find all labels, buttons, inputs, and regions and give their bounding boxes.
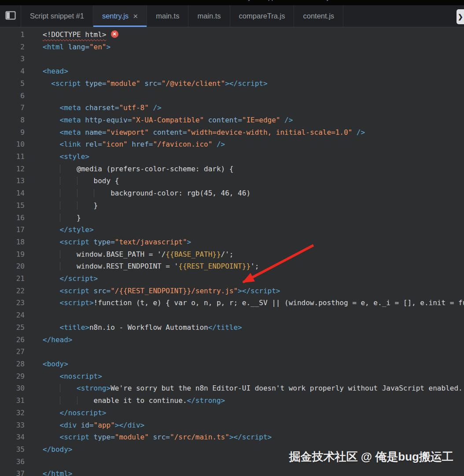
- code-line-7: 7 <meta charset="utf-8" />: [0, 102, 464, 114]
- code-text: <strong>We're sorry but the n8n Editor-U…: [28, 382, 464, 395]
- line-number[interactable]: 18: [0, 236, 28, 248]
- line-number[interactable]: 7: [0, 102, 28, 114]
- code-line-18: 18 <script type="text/javascript">: [0, 236, 464, 248]
- code-text: <noscript>: [28, 370, 102, 383]
- code-text: background-color: rgb(45, 46, 46): [28, 187, 250, 199]
- navigator-toggle-button[interactable]: [0, 5, 21, 27]
- line-number[interactable]: 21: [0, 273, 28, 285]
- file-tab-main-ts[interactable]: main.ts: [147, 5, 188, 27]
- code-text: @media (prefers-color-scheme: dark) {: [28, 163, 233, 175]
- code-text: </script>: [28, 273, 98, 285]
- code-text: <head>: [28, 65, 68, 77]
- line-number[interactable]: 6: [0, 90, 28, 102]
- code-line-10: 10 <link rel="icon" href="/favicon.ico" …: [0, 138, 464, 151]
- line-number[interactable]: 31: [0, 395, 28, 407]
- line-number[interactable]: 9: [0, 126, 28, 139]
- code-text: [28, 309, 43, 321]
- file-tab-comparetra-js[interactable]: compareTra.js: [230, 5, 295, 27]
- line-number[interactable]: 1: [0, 29, 28, 41]
- code-line-15: 15 }: [0, 199, 464, 212]
- code-text: }: [28, 199, 98, 212]
- line-number[interactable]: 19: [0, 248, 28, 261]
- code-line-25: 25 <title>n8n.io - Workflow Automation</…: [0, 321, 464, 334]
- file-tab-bar: Script snippet #1sentry.js×main.tsmain.t…: [0, 5, 464, 27]
- line-number[interactable]: 27: [0, 346, 28, 358]
- tab-label: compareTra.js: [239, 12, 285, 20]
- line-number[interactable]: 36: [0, 456, 28, 468]
- code-line-27: 27: [0, 346, 464, 358]
- code-text: <title>n8n.io - Workflow Automation</tit…: [28, 321, 242, 334]
- file-tab-script-snippet-1[interactable]: Script snippet #1: [21, 5, 93, 27]
- code-text: <!DOCTYPE html>✕: [28, 29, 118, 41]
- line-number[interactable]: 13: [0, 175, 28, 187]
- file-tab-main-ts[interactable]: main.ts: [188, 5, 230, 27]
- code-line-26: 26</head>: [0, 334, 464, 346]
- code-text: <script type="module" src="/src/main.ts"…: [28, 431, 272, 443]
- code-line-29: 29 <noscript>: [0, 370, 464, 383]
- line-number[interactable]: 32: [0, 407, 28, 419]
- code-text: body {: [28, 175, 119, 187]
- line-number[interactable]: 3: [0, 53, 28, 65]
- code-line-28: 28<body>: [0, 358, 464, 370]
- code-text: <script type="text/javascript">: [28, 236, 191, 248]
- code-text: <meta http-equiv="X-UA-Compatible" conte…: [28, 114, 293, 126]
- code-line-6: 6: [0, 90, 464, 102]
- line-number[interactable]: 12: [0, 163, 28, 175]
- line-number[interactable]: 35: [0, 443, 28, 456]
- line-number[interactable]: 22: [0, 285, 28, 297]
- line-number[interactable]: 23: [0, 297, 28, 309]
- code-text: window.BASE_PATH = '/{{BASE_PATH}}/';: [28, 248, 234, 261]
- file-tab-content-js[interactable]: content.js: [294, 5, 343, 27]
- line-number[interactable]: 26: [0, 334, 28, 346]
- line-number[interactable]: 25: [0, 321, 28, 334]
- tab-label: main.ts: [197, 12, 221, 20]
- line-number[interactable]: 2: [0, 41, 28, 53]
- code-text: }: [28, 212, 81, 224]
- code-line-9: 9 <meta name="viewport" content="width=d…: [0, 126, 464, 139]
- line-number[interactable]: 20: [0, 260, 28, 273]
- line-number[interactable]: 4: [0, 65, 28, 77]
- error-icon[interactable]: ✕: [111, 30, 118, 38]
- line-number[interactable]: 15: [0, 199, 28, 212]
- line-number[interactable]: 10: [0, 138, 28, 151]
- tab-label: sentry.js: [102, 12, 129, 20]
- code-text: <link rel="icon" href="/favicon.ico" />: [28, 138, 225, 151]
- line-number[interactable]: 8: [0, 114, 28, 126]
- line-number[interactable]: 5: [0, 77, 28, 90]
- file-tabs: Script snippet #1sentry.js×main.tsmain.t…: [21, 5, 343, 27]
- watermark-text: 掘金技术社区 @ 俺是bug搬运工: [289, 449, 453, 465]
- code-editor[interactable]: 1<!DOCTYPE html>✕2<html lang="en">34<hea…: [0, 27, 464, 476]
- clipped-panel-tab-row: Elements Console Sources Network Perform…: [0, 0, 464, 5]
- line-number[interactable]: 24: [0, 309, 28, 321]
- code-line-20: 20 window.REST_ENDPOINT = '{{REST_ENDPOI…: [0, 260, 464, 273]
- code-text: </head>: [28, 334, 72, 346]
- line-number[interactable]: 33: [0, 419, 28, 432]
- code-text: <html lang="en">: [28, 41, 110, 53]
- code-line-4: 4<head>: [0, 65, 464, 77]
- line-number[interactable]: 34: [0, 431, 28, 443]
- code-line-5: 5 <script type="module" src="/@vite/clie…: [0, 77, 464, 90]
- chevron-right-icon: ❯: [458, 13, 463, 20]
- code-text: <script type="module" src="/@vite/client…: [28, 77, 268, 90]
- code-text: [28, 53, 43, 65]
- tab-close-icon[interactable]: ×: [133, 12, 138, 20]
- file-tab-sentry-js[interactable]: sentry.js×: [93, 5, 147, 27]
- line-number[interactable]: 16: [0, 212, 28, 224]
- code-line-33: 33 <div id="app"></div>: [0, 419, 464, 432]
- line-number[interactable]: 29: [0, 370, 28, 383]
- code-text: enable it to continue.</strong>: [28, 395, 225, 407]
- code-line-19: 19 window.BASE_PATH = '/{{BASE_PATH}}/';: [0, 248, 464, 261]
- code-line-1: 1<!DOCTYPE html>✕: [0, 29, 464, 41]
- code-text: <script src="/{{REST_ENDPOINT}}/sentry.j…: [28, 285, 280, 297]
- line-number[interactable]: 14: [0, 187, 28, 199]
- code-text: </style>: [28, 224, 94, 236]
- line-number[interactable]: 37: [0, 468, 28, 476]
- line-number[interactable]: 30: [0, 382, 28, 395]
- code-text: <script>!function (t, e) { var o, n, p, …: [28, 297, 464, 309]
- line-number[interactable]: 28: [0, 358, 28, 370]
- more-tabs-button[interactable]: ❯: [457, 9, 464, 24]
- line-number[interactable]: 11: [0, 151, 28, 163]
- code-line-31: 31 enable it to continue.</strong>: [0, 395, 464, 407]
- code-line-34: 34 <script type="module" src="/src/main.…: [0, 431, 464, 443]
- line-number[interactable]: 17: [0, 224, 28, 236]
